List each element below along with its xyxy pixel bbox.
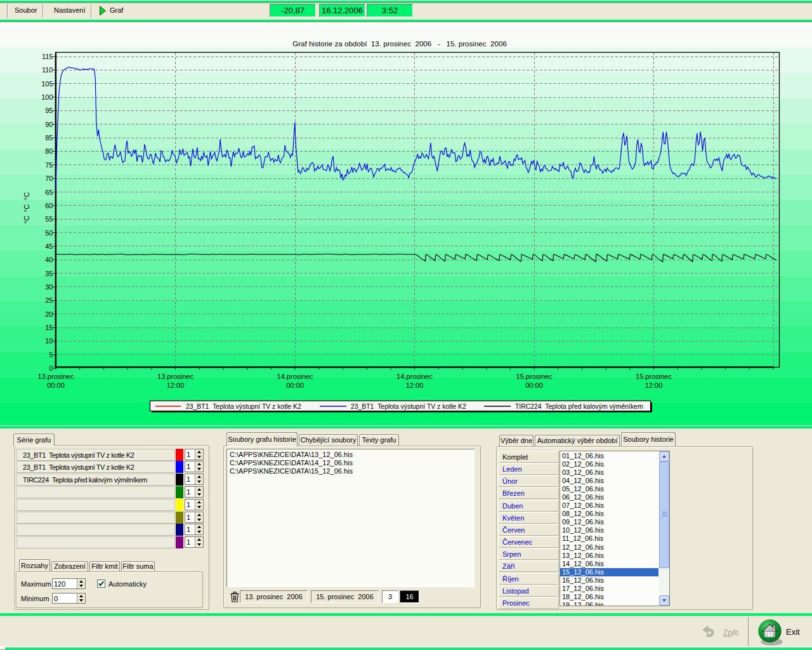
svg-text:14.prosinec: 14.prosinec xyxy=(396,373,433,380)
svg-text:35: 35 xyxy=(45,270,53,277)
svg-text:100: 100 xyxy=(41,93,53,101)
svg-text:TIRC224 Teplota před kalovým: TIRC224 Teplota před kalovým výměníkem xyxy=(515,403,643,410)
svg-text:12:00: 12:00 xyxy=(406,381,424,389)
svg-text:115: 115 xyxy=(42,53,53,60)
svg-text:13.prosinec: 13.prosinec xyxy=(38,373,74,380)
svg-text:Graf historie za období 13. p: Graf historie za období 13. prosinec 200… xyxy=(292,39,507,48)
svg-text:15: 15 xyxy=(45,324,53,331)
svg-text:60: 60 xyxy=(45,202,53,209)
svg-text:12:00: 12:00 xyxy=(167,381,185,389)
svg-text:°C: °C xyxy=(23,216,30,223)
svg-text:110: 110 xyxy=(42,66,53,74)
svg-text:105: 105 xyxy=(41,80,53,88)
svg-text:00:00: 00:00 xyxy=(286,381,304,389)
svg-text:45: 45 xyxy=(45,242,53,250)
svg-text:00:00: 00:00 xyxy=(47,381,65,389)
svg-text:14.prosinec: 14.prosinec xyxy=(277,373,313,380)
svg-text:5: 5 xyxy=(49,351,53,359)
svg-text:80: 80 xyxy=(45,147,53,155)
svg-text:00:00: 00:00 xyxy=(525,381,543,389)
svg-text:20: 20 xyxy=(45,310,53,318)
svg-text:30: 30 xyxy=(45,283,53,291)
svg-text:95: 95 xyxy=(45,107,53,114)
svg-text:13.prosinec: 13.prosinec xyxy=(157,373,193,380)
svg-text:°C: °C xyxy=(23,204,30,212)
svg-text:23_BT1 Teplota výstupní TV z: 23_BT1 Teplota výstupní TV z kotle K2 xyxy=(186,403,301,410)
svg-text:25: 25 xyxy=(45,296,53,304)
svg-text:70: 70 xyxy=(45,175,53,182)
svg-text:50: 50 xyxy=(45,229,53,237)
svg-text:85: 85 xyxy=(45,134,53,142)
svg-text:°C: °C xyxy=(23,192,30,200)
svg-text:65: 65 xyxy=(45,189,53,196)
svg-text:90: 90 xyxy=(45,121,53,128)
svg-text:75: 75 xyxy=(45,161,53,169)
svg-text:23_BT1 Teplota výstupní TV z: 23_BT1 Teplota výstupní TV z kotle K2 xyxy=(351,403,466,410)
svg-text:40: 40 xyxy=(45,256,53,263)
svg-text:0: 0 xyxy=(49,364,53,372)
svg-text:15.prosinec: 15.prosinec xyxy=(636,373,672,380)
svg-text:15.prosinec: 15.prosinec xyxy=(516,373,553,380)
svg-text:12:00: 12:00 xyxy=(645,381,663,389)
svg-text:55: 55 xyxy=(45,215,53,223)
svg-text:10: 10 xyxy=(45,337,53,345)
